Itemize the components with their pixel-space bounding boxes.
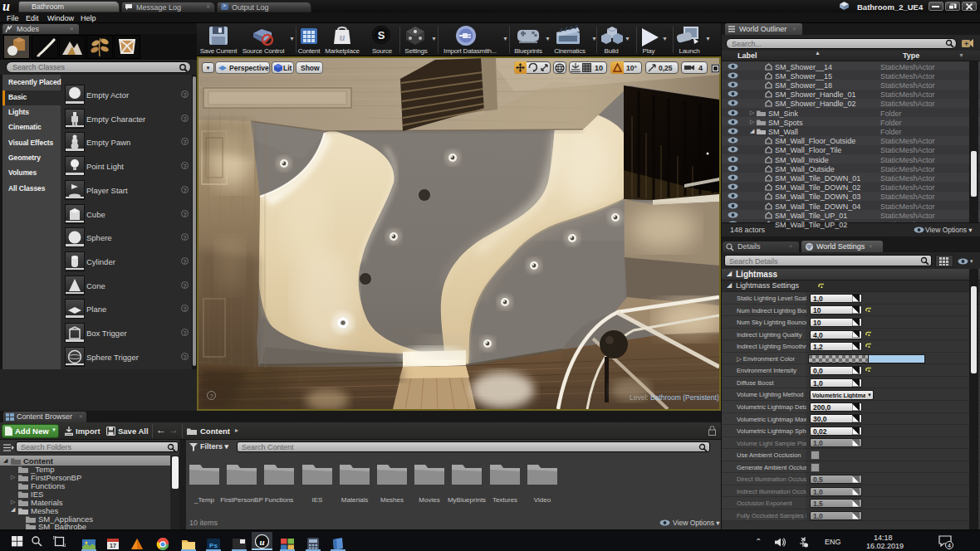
svg-text:+: + — [964, 40, 968, 48]
svg-text:u: u — [2, 0, 10, 12]
svg-text:u: u — [340, 32, 345, 43]
svg-text:17: 17 — [110, 543, 116, 549]
svg-text:S: S — [378, 29, 385, 41]
svg-text:u: u — [259, 537, 264, 547]
